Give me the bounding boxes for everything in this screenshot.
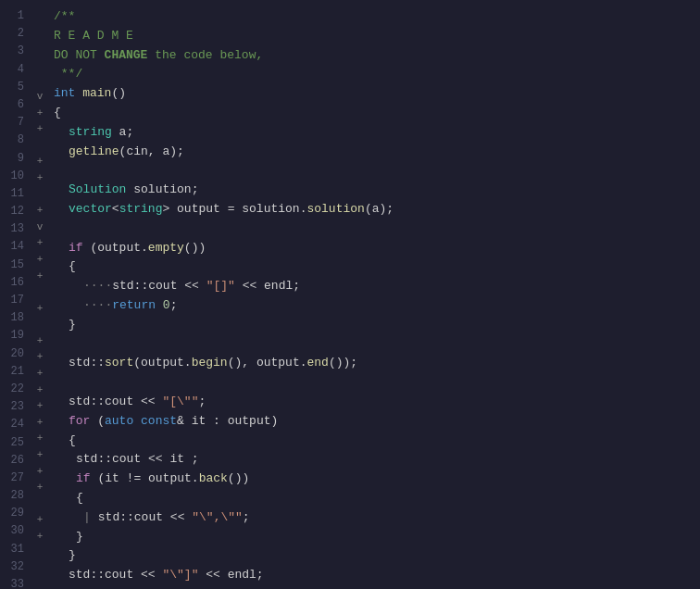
fold-arrow (33, 24, 46, 41)
func-getline: getline (69, 143, 119, 162)
line-num: 9 (0, 150, 28, 168)
code-line-3: DO NOT CHANGE the code below, (54, 46, 700, 66)
func-sort: sort (105, 354, 133, 373)
func-empty: empty (148, 239, 184, 258)
line-num: 17 (0, 292, 28, 309)
line-num: 28 (0, 487, 28, 505)
code-line-11: vector<string> output = solution.solutio… (54, 200, 700, 219)
plain: ; (243, 508, 250, 528)
code-line-25: if (it != output.back()) (54, 470, 700, 489)
fold-arrow: + (33, 121, 46, 138)
keyword-const: const (141, 412, 177, 432)
plain: ( (90, 412, 105, 432)
plain: << endl; (235, 277, 300, 296)
func-main: main (82, 84, 111, 104)
line-num: 26 (0, 452, 28, 470)
line-num: 8 (0, 132, 28, 149)
line-num: 2 (0, 25, 28, 43)
string-comma: "\",\"" (192, 508, 243, 528)
fold-arrow (33, 496, 46, 513)
line-num: 24 (0, 416, 28, 433)
number-0: 0 (163, 296, 170, 316)
fold-arrow (33, 7, 46, 24)
line-num: 22 (0, 381, 28, 398)
line-num: 18 (0, 309, 28, 327)
fold-arrow[interactable]: v (33, 89, 46, 106)
fold-arrow: + (33, 464, 46, 481)
code-line-9 (54, 161, 700, 181)
fold-arrow (33, 56, 46, 73)
fold-arrow: + (33, 415, 46, 432)
code-line-7: string a; (54, 123, 700, 143)
plain: (output. (83, 239, 148, 258)
plain: solution; (126, 181, 198, 200)
fold-arrow: + (33, 529, 46, 545)
line-num: 16 (0, 274, 28, 292)
type-string: string (69, 123, 112, 143)
code-line-24: std::cout << it ; (54, 450, 700, 470)
plain: (cin, a); (119, 143, 184, 162)
plain: (), output. (228, 354, 307, 373)
code-line-13: if (output.empty()) (54, 239, 700, 258)
string-brackets: "[]" (206, 277, 235, 296)
line-num: 14 (0, 238, 28, 256)
brace: { (69, 257, 76, 277)
code-line-5: int main() (54, 84, 700, 104)
brace: } (69, 546, 76, 566)
line-num: 19 (0, 327, 28, 345)
func-back: back (199, 470, 228, 489)
func-begin: begin (192, 354, 228, 373)
code-line-21: std::cout << "[\""; (54, 393, 700, 412)
code-line-31 (54, 585, 700, 589)
line-num: 4 (0, 61, 28, 79)
plain: () (111, 84, 126, 104)
fold-arrow: + (33, 252, 46, 269)
plain: std:: (69, 354, 105, 373)
line-num: 3 (0, 43, 28, 60)
fold-arrow: + (33, 447, 46, 464)
keyword-auto: auto (105, 412, 133, 432)
line-numbers: 1 2 3 4 5 6 7 8 9 10 11 12 13 14 15 16 1… (0, 7, 33, 589)
fold-arrow: + (33, 431, 46, 447)
fold-arrow: + (33, 301, 46, 318)
code-line-23: { (54, 432, 700, 451)
line-num: 10 (0, 168, 28, 185)
plain: std::cout << (112, 277, 206, 296)
code-line-16: ····return 0; (54, 296, 700, 316)
fold-arrow: + (33, 366, 46, 382)
type-vector: vector (69, 200, 112, 219)
code-line-22: for (auto const& it : output) (54, 412, 700, 432)
comment-text2: the code below, (147, 46, 263, 66)
dot-indent: ···· (83, 296, 112, 316)
plain: ; (170, 296, 178, 316)
func-solution: solution (306, 200, 364, 219)
code-line-10: Solution solution; (54, 181, 700, 200)
line-num: 23 (0, 398, 28, 416)
fold-arrow: + (33, 480, 46, 496)
line-num: 5 (0, 79, 28, 96)
fold-arrow: + (33, 203, 46, 219)
keyword-return: return (112, 296, 156, 316)
fold-arrow: + (33, 333, 46, 350)
line-num: 27 (0, 470, 28, 487)
fold-indicators: v + + + + + v + + + + + + + + + + + + + … (33, 7, 46, 589)
comment-change: CHANGE (105, 46, 148, 66)
func-end: end (307, 354, 329, 373)
code-editor: 1 2 3 4 5 6 7 8 9 10 11 12 13 14 15 16 1… (0, 0, 700, 589)
plain: (a); (365, 200, 394, 219)
fold-arrow (33, 72, 46, 89)
comment-text: R E A D M E (54, 27, 133, 46)
plain: ; (198, 393, 206, 412)
code-line-1: /** (54, 7, 700, 27)
fold-arrow[interactable]: v (33, 219, 46, 236)
code-line-20 (54, 373, 700, 393)
keyword-if: if (69, 239, 83, 258)
code-line-30: std::cout << "\"]" << endl; (54, 566, 700, 585)
fold-arrow (33, 40, 46, 56)
line-num: 12 (0, 203, 28, 220)
keyword-for: for (69, 412, 90, 432)
string-close-bracket: "\"]" (162, 566, 198, 585)
code-line-4: **/ (54, 65, 700, 84)
line-num: 33 (0, 576, 28, 589)
plain (156, 296, 163, 316)
